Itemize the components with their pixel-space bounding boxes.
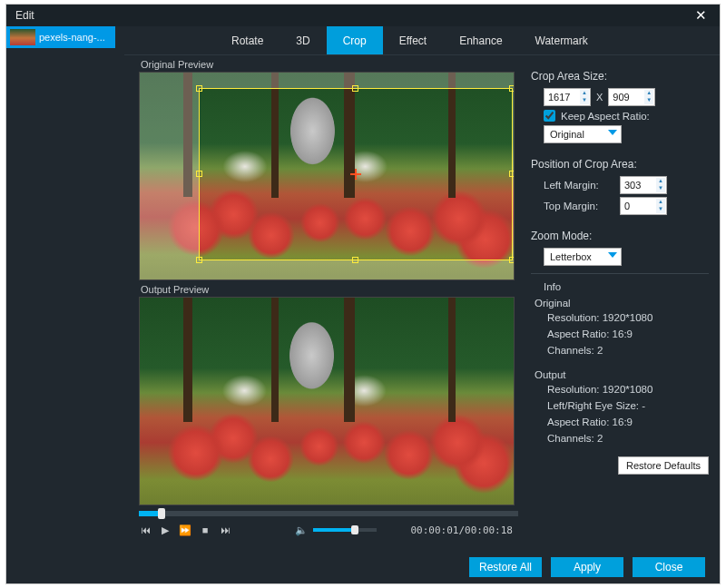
output-preview-label: Output Preview: [141, 284, 518, 295]
tab-3d[interactable]: 3D: [280, 26, 326, 54]
volume-control: 🔈: [295, 524, 377, 536]
play-icon[interactable]: ▶: [159, 524, 172, 536]
restore-defaults-button[interactable]: Restore Defaults: [618, 456, 709, 475]
info-heading: Info: [544, 281, 709, 292]
tab-crop[interactable]: Crop: [327, 26, 383, 54]
top-margin-label: Top Margin:: [544, 201, 614, 211]
info-output-channels: Channels: 2: [547, 431, 709, 447]
file-name: pexels-nang-...: [39, 32, 105, 43]
zoom-mode-value: Letterbox: [550, 251, 592, 262]
crop-height-input[interactable]: 909 ▲▼: [608, 88, 655, 106]
crop-handle-tl[interactable]: [196, 85, 202, 92]
crop-handle-bl[interactable]: [196, 257, 202, 263]
apply-button[interactable]: Apply: [551, 557, 623, 577]
output-image: [140, 298, 514, 505]
edit-window: Edit ✕ pexels-nang-... Rotate 3D Crop Ef…: [5, 4, 721, 584]
volume-knob[interactable]: [351, 525, 358, 534]
aspect-ratio-select[interactable]: Original: [544, 125, 622, 143]
titlebar: Edit ✕: [6, 5, 720, 26]
info-output-resolution: Resolution: 1920*1080: [547, 382, 709, 398]
chevron-down-icon: [608, 130, 617, 135]
info-block: Info Original Resolution: 1920*1080 Aspe…: [535, 281, 709, 447]
left-margin-value: 303: [624, 180, 641, 191]
tab-enhance[interactable]: Enhance: [443, 26, 518, 54]
file-list: pexels-nang-...: [6, 26, 124, 583]
next-icon[interactable]: ⏭: [219, 524, 231, 536]
top-margin-row: Top Margin: 0 ▲▼: [544, 197, 709, 215]
original-preview-label: Original Preview: [141, 59, 518, 70]
window-title: Edit: [15, 9, 34, 22]
close-button[interactable]: Close: [633, 557, 705, 577]
crop-handle-ml[interactable]: [196, 171, 202, 177]
size-separator: X: [596, 92, 603, 103]
close-icon[interactable]: ✕: [692, 7, 711, 24]
output-preview: [139, 297, 515, 505]
zoom-mode-label: Zoom Mode:: [531, 230, 709, 242]
info-original-resolution: Resolution: 1920*1080: [547, 310, 709, 327]
info-original-channels: Channels: 2: [547, 343, 709, 359]
preview-column: Original Preview: [124, 55, 524, 551]
fast-forward-icon[interactable]: ⏩: [179, 524, 191, 536]
crop-width-value: 1617: [548, 92, 570, 103]
tabs: Rotate 3D Crop Effect Enhance Watermark: [124, 26, 720, 55]
volume-fill: [313, 528, 355, 532]
keep-aspect-ratio[interactable]: Keep Aspect Ratio:: [544, 110, 709, 122]
footer: Restore All Apply Close: [124, 551, 720, 583]
crop-handle-mr[interactable]: [509, 171, 515, 177]
left-margin-spinner[interactable]: ▲▼: [656, 178, 665, 192]
left-margin-row: Left Margin: 303 ▲▼: [544, 176, 709, 194]
info-original-heading: Original: [535, 298, 709, 309]
prev-icon[interactable]: ⏮: [139, 524, 152, 536]
volume-bar[interactable]: [313, 528, 377, 532]
side-panel: Crop Area Size: 1617 ▲▼ X 909 ▲▼: [524, 55, 720, 551]
zoom-mode-select[interactable]: Letterbox: [544, 248, 622, 266]
top-margin-value: 0: [624, 201, 630, 211]
crop-handle-br[interactable]: [509, 257, 515, 263]
stop-icon[interactable]: ■: [199, 524, 211, 536]
keep-aspect-ratio-label: Keep Aspect Ratio:: [561, 111, 650, 122]
crop-size-label: Crop Area Size:: [531, 70, 709, 83]
tab-effect[interactable]: Effect: [383, 26, 443, 54]
crop-width-spinner[interactable]: ▲▼: [580, 90, 589, 104]
crop-handle-bm[interactable]: [352, 257, 358, 263]
progress-knob[interactable]: [158, 508, 165, 519]
top-margin-spinner[interactable]: ▲▼: [656, 199, 665, 213]
controls-row: ⏮ ▶ ⏩ ■ ⏭ 🔈: [139, 522, 518, 542]
right-column: Rotate 3D Crop Effect Enhance Watermark …: [124, 26, 720, 583]
content: Original Preview: [124, 55, 720, 551]
file-thumb[interactable]: pexels-nang-...: [6, 26, 115, 48]
info-output-heading: Output: [535, 369, 709, 380]
info-original-aspect: Aspect Ratio: 16:9: [547, 327, 709, 343]
aspect-ratio-value: Original: [550, 129, 584, 140]
original-preview[interactable]: [139, 72, 515, 280]
crop-height-spinner[interactable]: ▲▼: [644, 90, 653, 104]
crop-handle-tr[interactable]: [509, 85, 515, 92]
position-label: Position of Crop Area:: [531, 158, 709, 171]
crop-width-input[interactable]: 1617 ▲▼: [544, 88, 591, 106]
left-margin-input[interactable]: 303 ▲▼: [620, 176, 667, 194]
left-margin-label: Left Margin:: [544, 180, 614, 191]
progress-bar[interactable]: [139, 511, 518, 516]
info-output-aspect: Aspect Ratio: 16:9: [547, 415, 709, 431]
crop-size-row: 1617 ▲▼ X 909 ▲▼: [544, 88, 709, 106]
crop-center-icon[interactable]: [350, 169, 361, 180]
time-display: 00:00:01/00:00:18: [410, 524, 513, 536]
chevron-down-icon: [608, 252, 617, 258]
crop-rectangle[interactable]: [200, 89, 512, 260]
body: pexels-nang-... Rotate 3D Crop Effect En…: [6, 26, 720, 583]
top-margin-input[interactable]: 0 ▲▼: [620, 197, 667, 215]
keep-aspect-ratio-checkbox[interactable]: [544, 110, 555, 122]
tab-rotate[interactable]: Rotate: [215, 26, 280, 54]
divider: [531, 273, 709, 274]
restore-all-button[interactable]: Restore All: [469, 557, 542, 577]
crop-height-value: 909: [613, 92, 629, 103]
crop-handle-tm[interactable]: [352, 85, 358, 92]
file-thumbnail-icon: [10, 29, 35, 45]
volume-icon[interactable]: 🔈: [295, 524, 308, 536]
playback-buttons: ⏮ ▶ ⏩ ■ ⏭: [139, 524, 231, 536]
playback-area: ⏮ ▶ ⏩ ■ ⏭ 🔈: [139, 507, 518, 542]
info-output-eye: Left/Right Eye Size: -: [547, 398, 709, 415]
tab-watermark[interactable]: Watermark: [519, 26, 604, 54]
